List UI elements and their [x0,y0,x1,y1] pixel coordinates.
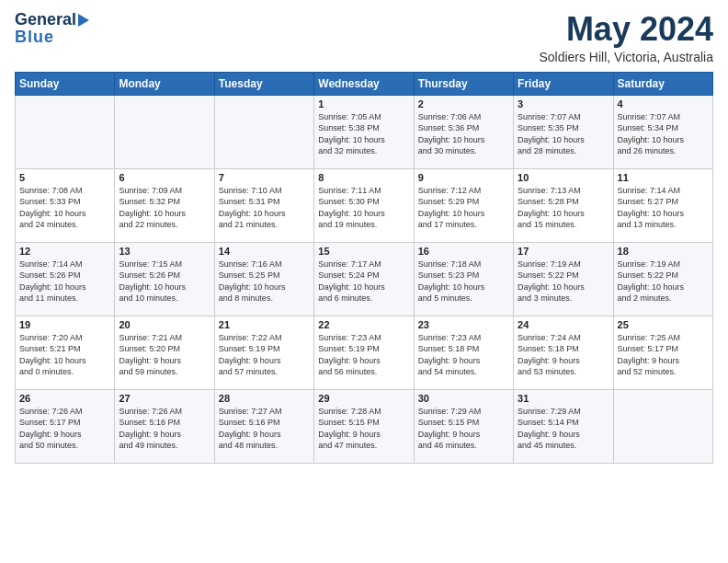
day-cell: 22Sunrise: 7:23 AM Sunset: 5:19 PM Dayli… [314,316,414,389]
day-info: Sunrise: 7:25 AM Sunset: 5:17 PM Dayligh… [618,332,709,378]
header-right: May 2024 Soldiers Hill, Victoria, Austra… [539,11,713,64]
day-number: 31 [518,393,609,404]
day-info: Sunrise: 7:29 AM Sunset: 5:15 PM Dayligh… [418,406,509,452]
day-info: Sunrise: 7:29 AM Sunset: 5:14 PM Dayligh… [518,406,609,452]
day-number: 7 [219,172,310,183]
day-info: Sunrise: 7:16 AM Sunset: 5:25 PM Dayligh… [219,259,310,304]
day-cell: 2Sunrise: 7:06 AM Sunset: 5:36 PM Daylig… [414,95,513,168]
day-number: 30 [418,393,509,404]
header: General Blue May 2024 Soldiers Hill, Vic… [15,11,713,64]
day-cell: 21Sunrise: 7:22 AM Sunset: 5:19 PM Dayli… [214,316,313,389]
header-cell-friday: Friday [514,72,613,95]
day-number: 2 [418,98,509,109]
day-info: Sunrise: 7:19 AM Sunset: 5:22 PM Dayligh… [618,259,709,304]
day-number: 6 [119,172,210,183]
week-row-2: 5Sunrise: 7:08 AM Sunset: 5:33 PM Daylig… [16,168,713,242]
day-cell: 16Sunrise: 7:18 AM Sunset: 5:23 PM Dayli… [414,242,513,316]
day-cell: 4Sunrise: 7:07 AM Sunset: 5:34 PM Daylig… [613,95,712,168]
day-number: 11 [618,172,709,183]
day-cell: 7Sunrise: 7:10 AM Sunset: 5:31 PM Daylig… [214,168,313,242]
week-row-5: 26Sunrise: 7:26 AM Sunset: 5:17 PM Dayli… [16,389,713,463]
day-number: 9 [418,172,509,183]
day-info: Sunrise: 7:17 AM Sunset: 5:24 PM Dayligh… [318,259,409,304]
day-number: 16 [418,246,509,257]
day-cell: 8Sunrise: 7:11 AM Sunset: 5:30 PM Daylig… [314,168,414,242]
day-number: 21 [219,319,310,330]
header-cell-wednesday: Wednesday [314,72,414,95]
day-info: Sunrise: 7:07 AM Sunset: 5:35 PM Dayligh… [518,111,609,157]
day-number: 1 [318,98,409,109]
day-info: Sunrise: 7:12 AM Sunset: 5:29 PM Dayligh… [418,185,509,231]
day-info: Sunrise: 7:21 AM Sunset: 5:20 PM Dayligh… [119,332,210,378]
day-number: 25 [618,319,709,330]
day-number: 17 [518,246,609,257]
day-info: Sunrise: 7:23 AM Sunset: 5:18 PM Dayligh… [418,332,509,378]
day-info: Sunrise: 7:27 AM Sunset: 5:16 PM Dayligh… [219,406,310,452]
day-info: Sunrise: 7:13 AM Sunset: 5:28 PM Dayligh… [518,185,609,231]
day-cell: 15Sunrise: 7:17 AM Sunset: 5:24 PM Dayli… [314,242,414,316]
day-number: 5 [19,172,110,183]
day-cell: 10Sunrise: 7:13 AM Sunset: 5:28 PM Dayli… [514,168,613,242]
day-cell: 29Sunrise: 7:28 AM Sunset: 5:15 PM Dayli… [314,389,414,463]
day-cell: 18Sunrise: 7:19 AM Sunset: 5:22 PM Dayli… [613,242,712,316]
day-number: 3 [518,98,609,109]
header-cell-tuesday: Tuesday [214,72,313,95]
location: Soldiers Hill, Victoria, Australia [539,50,713,64]
header-cell-sunday: Sunday [16,72,115,95]
day-cell: 9Sunrise: 7:12 AM Sunset: 5:29 PM Daylig… [414,168,513,242]
day-info: Sunrise: 7:07 AM Sunset: 5:34 PM Dayligh… [618,111,709,157]
day-info: Sunrise: 7:20 AM Sunset: 5:21 PM Dayligh… [19,332,110,378]
calendar-table: SundayMondayTuesdayWednesdayThursdayFrid… [15,72,713,464]
day-info: Sunrise: 7:23 AM Sunset: 5:19 PM Dayligh… [318,332,409,378]
day-number: 22 [318,319,409,330]
day-number: 15 [318,246,409,257]
day-cell: 23Sunrise: 7:23 AM Sunset: 5:18 PM Dayli… [414,316,513,389]
logo: General Blue [15,11,89,47]
day-info: Sunrise: 7:14 AM Sunset: 5:26 PM Dayligh… [19,259,110,304]
day-cell: 3Sunrise: 7:07 AM Sunset: 5:35 PM Daylig… [514,95,613,168]
day-info: Sunrise: 7:10 AM Sunset: 5:31 PM Dayligh… [219,185,310,231]
day-cell: 13Sunrise: 7:15 AM Sunset: 5:26 PM Dayli… [115,242,214,316]
day-info: Sunrise: 7:06 AM Sunset: 5:36 PM Dayligh… [418,111,509,157]
day-number: 18 [618,246,709,257]
day-info: Sunrise: 7:05 AM Sunset: 5:38 PM Dayligh… [318,111,409,157]
day-number: 12 [19,246,110,257]
day-cell: 14Sunrise: 7:16 AM Sunset: 5:25 PM Dayli… [214,242,313,316]
day-cell: 28Sunrise: 7:27 AM Sunset: 5:16 PM Dayli… [214,389,313,463]
day-info: Sunrise: 7:24 AM Sunset: 5:18 PM Dayligh… [518,332,609,378]
day-info: Sunrise: 7:26 AM Sunset: 5:16 PM Dayligh… [119,406,210,452]
day-number: 23 [418,319,509,330]
day-cell: 24Sunrise: 7:24 AM Sunset: 5:18 PM Dayli… [514,316,613,389]
page: General Blue May 2024 Soldiers Hill, Vic… [0,0,728,563]
day-number: 14 [219,246,310,257]
day-number: 24 [518,319,609,330]
day-info: Sunrise: 7:08 AM Sunset: 5:33 PM Dayligh… [19,185,110,231]
day-number: 27 [119,393,210,404]
day-cell: 19Sunrise: 7:20 AM Sunset: 5:21 PM Dayli… [16,316,115,389]
day-info: Sunrise: 7:18 AM Sunset: 5:23 PM Dayligh… [418,259,509,304]
day-info: Sunrise: 7:22 AM Sunset: 5:19 PM Dayligh… [219,332,310,378]
day-cell: 11Sunrise: 7:14 AM Sunset: 5:27 PM Dayli… [613,168,712,242]
week-row-4: 19Sunrise: 7:20 AM Sunset: 5:21 PM Dayli… [16,316,713,389]
day-number: 20 [119,319,210,330]
day-number: 28 [219,393,310,404]
day-cell: 12Sunrise: 7:14 AM Sunset: 5:26 PM Dayli… [16,242,115,316]
day-number: 10 [518,172,609,183]
logo-blue: Blue [15,28,54,47]
day-cell [214,95,313,168]
day-cell: 30Sunrise: 7:29 AM Sunset: 5:15 PM Dayli… [414,389,513,463]
day-info: Sunrise: 7:26 AM Sunset: 5:17 PM Dayligh… [19,406,110,452]
day-cell: 31Sunrise: 7:29 AM Sunset: 5:14 PM Dayli… [514,389,613,463]
day-number: 13 [119,246,210,257]
day-info: Sunrise: 7:09 AM Sunset: 5:32 PM Dayligh… [119,185,210,231]
day-number: 8 [318,172,409,183]
week-row-1: 1Sunrise: 7:05 AM Sunset: 5:38 PM Daylig… [16,95,713,168]
day-info: Sunrise: 7:15 AM Sunset: 5:26 PM Dayligh… [119,259,210,304]
day-cell: 6Sunrise: 7:09 AM Sunset: 5:32 PM Daylig… [115,168,214,242]
month-title: May 2024 [539,11,713,48]
day-info: Sunrise: 7:14 AM Sunset: 5:27 PM Dayligh… [618,185,709,231]
day-cell [115,95,214,168]
day-cell: 5Sunrise: 7:08 AM Sunset: 5:33 PM Daylig… [16,168,115,242]
day-cell: 17Sunrise: 7:19 AM Sunset: 5:22 PM Dayli… [514,242,613,316]
day-number: 29 [318,393,409,404]
